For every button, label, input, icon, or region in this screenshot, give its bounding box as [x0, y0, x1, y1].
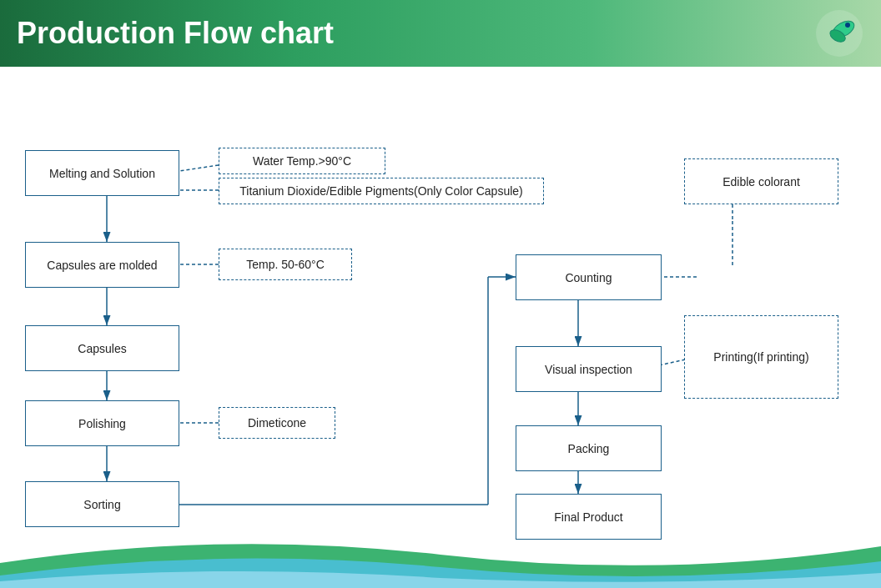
flowchart: Melting and Solution Water Temp.>90°C Ti… — [0, 67, 881, 530]
arrows-svg — [0, 67, 881, 530]
capsules-molded-box: Capsules are molded — [25, 242, 179, 288]
visual-inspection-box: Visual inspection — [516, 346, 662, 392]
footer — [0, 530, 881, 588]
svg-point-3 — [845, 23, 850, 28]
edible-colorant-box: Edible colorant — [684, 158, 838, 204]
printing-box: Printing(If printing) — [684, 315, 838, 399]
temp-50-box: Temp. 50-60°C — [219, 249, 352, 280]
dimeticone-box: Dimeticone — [219, 407, 335, 439]
polishing-box: Polishing — [25, 400, 179, 446]
packing-box: Packing — [516, 425, 662, 471]
company-logo — [814, 8, 864, 58]
main-content: Melting and Solution Water Temp.>90°C Ti… — [0, 67, 881, 530]
header: Production Flow chart — [0, 0, 881, 67]
water-temp-box: Water Temp.>90°C — [219, 148, 385, 174]
sorting-box: Sorting — [25, 481, 179, 527]
capsules-box: Capsules — [25, 325, 179, 371]
page-title: Production Flow chart — [17, 16, 334, 51]
titanium-box: Titanium Dioxide/Edible Pigments(Only Co… — [219, 178, 544, 204]
svg-line-7 — [179, 165, 219, 171]
melting-box: Melting and Solution — [25, 150, 179, 196]
counting-box: Counting — [516, 254, 662, 300]
